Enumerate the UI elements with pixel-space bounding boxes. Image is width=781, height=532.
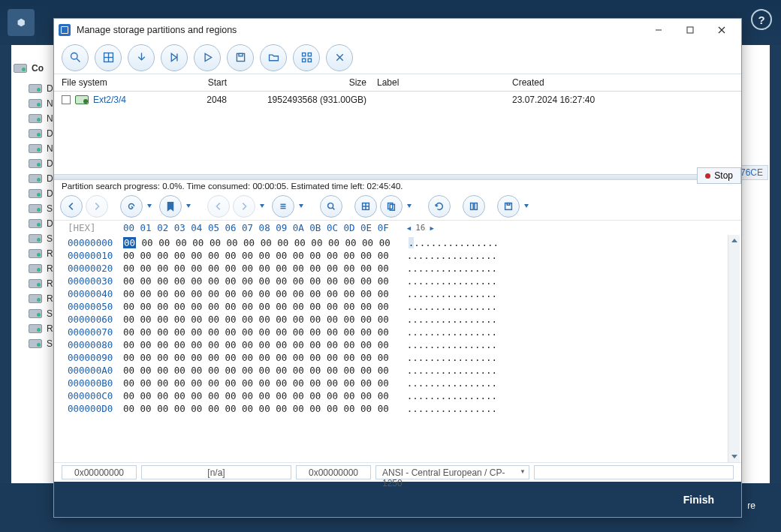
open-icon[interactable] xyxy=(260,44,287,71)
svg-rect-13 xyxy=(302,59,305,62)
copy-button[interactable] xyxy=(380,195,403,218)
dialog: Manage storage partitions and regions Fi… xyxy=(53,18,742,518)
dropdown-icon[interactable] xyxy=(260,204,264,208)
dropdown-icon[interactable] xyxy=(524,204,529,208)
grid-icon[interactable] xyxy=(95,44,122,71)
play-icon[interactable] xyxy=(194,44,221,71)
hex-row[interactable]: 0000007000 00 00 00 00 00 00 00 00 00 00… xyxy=(68,326,728,338)
col-size[interactable]: Size xyxy=(242,77,377,88)
stop-button[interactable]: Stop xyxy=(697,167,741,184)
encoding-select[interactable]: ANSI - Central European / CP-1250 xyxy=(375,465,529,479)
svg-rect-12 xyxy=(308,53,311,56)
finish-button[interactable]: Finish xyxy=(673,488,725,512)
hex-row[interactable]: 0000004000 00 00 00 00 00 00 00 00 00 00… xyxy=(68,287,728,300)
svg-rect-11 xyxy=(302,53,305,56)
bookmark-button[interactable] xyxy=(159,195,182,218)
dialog-title: Manage storage partitions and regions xyxy=(77,25,644,35)
svg-rect-30 xyxy=(507,203,510,205)
hex-row[interactable]: 0000008000 00 00 00 00 00 00 00 00 00 00… xyxy=(68,338,728,351)
table-row[interactable]: Ext2/3/4 2048 1952493568 (931.00GB) 23.0… xyxy=(62,95,734,105)
col-created[interactable]: Created xyxy=(512,77,662,88)
row-checkbox[interactable] xyxy=(62,95,71,104)
search-hex-button[interactable] xyxy=(320,195,342,218)
minimize-button[interactable] xyxy=(644,20,674,40)
maximize-button[interactable] xyxy=(675,20,705,40)
svg-rect-28 xyxy=(475,203,478,209)
hex-toolbar xyxy=(54,192,741,221)
svg-point-20 xyxy=(328,203,333,208)
hex-row[interactable]: 0000002000 00 00 00 00 00 00 00 00 00 00… xyxy=(68,262,728,275)
grid2-icon[interactable] xyxy=(293,44,320,71)
offset2-field[interactable]: 0x00000000 xyxy=(296,465,371,479)
app-logo: ⬢ xyxy=(8,9,35,36)
triangle-right-icon[interactable]: ▶ xyxy=(430,224,433,232)
dropdown-icon[interactable] xyxy=(186,204,191,208)
column-headers: File system Start Size Label Created xyxy=(54,74,741,92)
status-text: Partition search progress: 0.0%. Time co… xyxy=(54,180,741,192)
row-size: 1952493568 (931.00GB) xyxy=(242,95,377,105)
hex-row[interactable]: 0000001000 00 00 00 00 00 00 00 00 00 00… xyxy=(68,249,728,262)
col-filesystem[interactable]: File system xyxy=(62,77,182,88)
dropdown-icon[interactable] xyxy=(299,204,303,208)
hex-row[interactable]: 000000C000 00 00 00 00 00 00 00 00 00 00… xyxy=(68,389,728,402)
hex-row[interactable]: 0000005000 00 00 00 00 00 00 00 00 00 00… xyxy=(68,300,728,313)
hex-row[interactable]: 000000B000 00 00 00 00 00 00 00 00 00 00… xyxy=(68,377,728,389)
filesystem-icon xyxy=(75,95,89,104)
main-toolbar xyxy=(54,41,741,74)
svg-rect-27 xyxy=(471,203,474,209)
hex-row[interactable]: 000000D000 00 00 00 00 00 00 00 00 00 00… xyxy=(68,402,728,415)
search-icon[interactable] xyxy=(62,44,89,71)
help-icon[interactable]: ? xyxy=(751,9,772,30)
list-button[interactable] xyxy=(272,195,294,218)
selection-field[interactable]: [n/a] xyxy=(141,465,291,479)
scroll-down-icon[interactable] xyxy=(728,450,740,462)
scroll-up-icon[interactable] xyxy=(728,235,740,247)
hex-width-nav[interactable]: ◀ 16 ▶ xyxy=(407,223,434,233)
dialog-icon xyxy=(59,24,71,36)
back-button[interactable] xyxy=(60,195,83,218)
extra-field[interactable] xyxy=(534,465,734,479)
svg-rect-14 xyxy=(308,59,311,62)
table-button[interactable] xyxy=(354,195,377,218)
redo-button[interactable] xyxy=(120,195,143,218)
row-created: 23.07.2024 16:27:40 xyxy=(512,95,662,105)
hex-scrollbar[interactable] xyxy=(728,235,740,462)
hex-row[interactable]: 0000000000 00 00 00 00 00 00 00 00 00 00… xyxy=(68,236,728,249)
hex-viewer[interactable]: 0000000000 00 00 00 00 00 00 00 00 00 00… xyxy=(54,235,741,462)
prev-button[interactable] xyxy=(207,195,230,218)
hex-row[interactable]: 0000006000 00 00 00 00 00 00 00 00 00 00… xyxy=(68,313,728,326)
svg-point-4 xyxy=(71,53,77,60)
svg-rect-10 xyxy=(238,53,242,56)
forward-button[interactable] xyxy=(86,195,108,218)
down-arrow-icon[interactable] xyxy=(128,44,155,71)
row-start: 2048 xyxy=(182,95,242,105)
hex-label: [HEX] xyxy=(68,222,123,233)
close-icon[interactable] xyxy=(326,44,353,71)
next-button[interactable] xyxy=(233,195,255,218)
close-button[interactable] xyxy=(707,20,737,40)
svg-rect-1 xyxy=(687,27,693,33)
save-hex-button[interactable] xyxy=(497,195,520,218)
refresh-button[interactable] xyxy=(428,195,451,218)
filesystem-link[interactable]: Ext2/3/4 xyxy=(93,95,126,105)
columns-button[interactable] xyxy=(463,195,485,218)
hex-row[interactable]: 0000009000 00 00 00 00 00 00 00 00 00 00… xyxy=(68,351,728,364)
progress-bar: Stop xyxy=(54,174,741,180)
dropdown-icon[interactable] xyxy=(407,204,412,208)
skip-icon[interactable] xyxy=(161,44,188,71)
stop-dot-icon xyxy=(705,173,710,179)
hex-columns: 00 01 02 03 04 05 06 07 08 09 0A 0B 0C 0… xyxy=(123,222,389,233)
hex-header: [HEX] 00 01 02 03 04 05 06 07 08 09 0A 0… xyxy=(54,221,741,235)
svg-rect-9 xyxy=(237,53,244,61)
svg-line-21 xyxy=(333,207,335,209)
col-start[interactable]: Start xyxy=(182,77,242,88)
hex-row[interactable]: 000000A000 00 00 00 00 00 00 00 00 00 00… xyxy=(68,364,728,377)
dropdown-icon[interactable] xyxy=(147,204,152,208)
hex-row[interactable]: 0000003000 00 00 00 00 00 00 00 00 00 00… xyxy=(68,275,728,287)
save-icon[interactable] xyxy=(227,44,254,71)
col-label[interactable]: Label xyxy=(377,77,512,88)
info-bar: 0x00000000 [n/a] 0x00000000 ANSI - Centr… xyxy=(54,462,741,482)
offset-field[interactable]: 0x00000000 xyxy=(62,465,137,479)
triangle-left-icon[interactable]: ◀ xyxy=(407,224,411,232)
svg-line-5 xyxy=(77,59,80,62)
